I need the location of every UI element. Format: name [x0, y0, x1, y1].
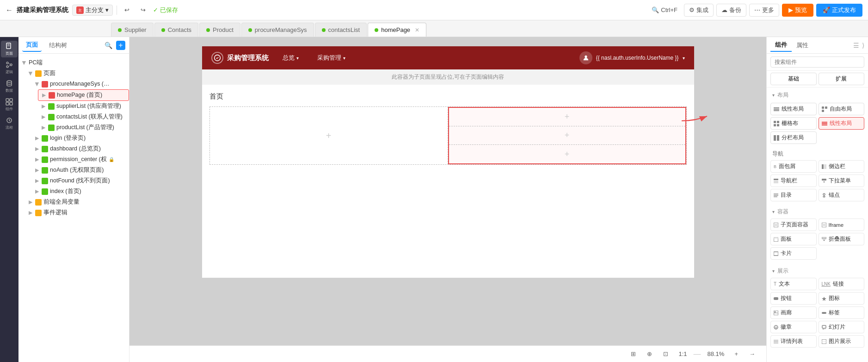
tree-homepage[interactable]: ▶ homePage (首页) [38, 89, 129, 101]
tree-arrow-index[interactable]: ▶ [35, 188, 39, 194]
zoom-fit-button[interactable]: ⊞ [627, 349, 640, 359]
tree-arrow-procure[interactable]: ▶ [34, 82, 40, 86]
nav-menu-overview[interactable]: 总览 ▾ [278, 52, 303, 64]
comp-link[interactable]: LNK 链接 [819, 278, 865, 290]
nav-menu-procure[interactable]: 采购管理 ▾ [313, 52, 350, 64]
preview-button[interactable]: ▶ 预览 [782, 4, 813, 17]
tree-arrow-event[interactable]: ▶ [29, 210, 32, 216]
sidebar-tab-structure[interactable]: 结构树 [45, 39, 71, 51]
sidebar-search-button[interactable]: 🔍 [105, 42, 112, 49]
tab-contacts[interactable]: Contacts [154, 23, 198, 37]
tree-notfound[interactable]: ▶ notFound (找不到页面) [31, 175, 129, 186]
tree-login[interactable]: ▶ login (登录页) [31, 133, 129, 144]
comp-subpage[interactable]: 子页面容器 [770, 218, 817, 231]
sidebar-item-component[interactable]: 组件 [1, 96, 18, 113]
zoom-reset-button[interactable]: ⊡ [659, 349, 672, 359]
layout-section-header[interactable]: ▾ 布局 [767, 89, 868, 101]
container-section-header[interactable]: ▾ 容器 [767, 206, 868, 218]
comp-anchor[interactable]: 锚点 [819, 189, 865, 201]
tree-arrow-permission[interactable]: ▶ [35, 156, 39, 162]
tree-arrow-product[interactable]: ▶ [42, 125, 45, 131]
tree-arrow-notfound[interactable]: ▶ [35, 178, 39, 184]
comp-toc[interactable]: 目录 [770, 189, 817, 201]
canvas-scroll[interactable]: 采购管理系统 总览 ▾ 采购管理 ▾ {{ nasl.auth.u [129, 37, 766, 345]
right-tab-components[interactable]: 组件 [770, 39, 792, 52]
tree-arrow-homepage[interactable]: ▶ [42, 92, 46, 98]
sidebar-item-page[interactable]: 页面 [1, 41, 18, 57]
comp-badge[interactable]: 标签 [819, 306, 865, 319]
comp-image-view[interactable]: 图片展示 [819, 335, 865, 348]
tree-dashboard[interactable]: ▶ dashboard (总览页) [31, 144, 129, 154]
comp-carousel[interactable]: 幻灯片 [819, 321, 865, 333]
layout-linear[interactable]: 线性布局 [770, 103, 817, 115]
zoom-plus-button[interactable]: + [731, 349, 742, 359]
comp-text[interactable]: T 文本 [770, 278, 817, 290]
sidebar-item-process[interactable]: 流程 [1, 115, 18, 131]
comp-image[interactable]: 画廊 [770, 306, 817, 319]
comp-icon[interactable]: 图标 [819, 292, 865, 305]
canvas-left-col[interactable]: + [210, 107, 448, 164]
comp-button[interactable]: 按钮 [770, 292, 817, 305]
backup-button[interactable]: ☁ 备份 [716, 4, 746, 17]
right-panel-collapse-icon[interactable]: ⟩ [862, 42, 864, 49]
tab-product[interactable]: Product [199, 23, 240, 37]
comp-breadcrumb[interactable]: B 面包屑 [770, 160, 817, 173]
comp-divider[interactable]: 徽 徽章 [770, 321, 817, 333]
canvas-right-col[interactable]: + + + [448, 107, 686, 164]
comp-collapse[interactable]: 折叠面板 [819, 233, 865, 245]
tree-pages[interactable]: ▶ 页面 [25, 68, 129, 79]
layout-linear2[interactable]: 线性布局 [819, 117, 865, 130]
back-button[interactable]: ← [6, 6, 13, 14]
mode-basic-button[interactable]: 基础 [770, 73, 817, 85]
tree-noauth[interactable]: ▶ noAuth (无权限页面) [31, 165, 129, 175]
tree-arrow-noauth[interactable]: ▶ [35, 167, 39, 173]
branch-selector[interactable]: 主 主分支 ▾ [72, 5, 113, 16]
canvas-right-row-1[interactable]: + [449, 108, 685, 126]
tab-procuremanagesys[interactable]: procureManageSys [241, 23, 314, 37]
tree-arrow-pc[interactable]: ▶ [21, 61, 27, 65]
comp-panel[interactable]: 面板 [770, 233, 817, 245]
tree-index[interactable]: ▶ index (首页) [31, 186, 129, 197]
undo-button[interactable]: ↩ [121, 5, 133, 15]
redo-button[interactable]: ↪ [137, 5, 149, 15]
publish-button[interactable]: 🚀 正式发布 [816, 4, 862, 17]
tree-contactslist[interactable]: ▶ contactsList (联系人管理) [38, 112, 129, 122]
comp-dropdown[interactable]: 下拉菜单 [819, 175, 865, 187]
tree-global-vars[interactable]: ▶ 前端全局变量 [25, 197, 129, 207]
more-button[interactable]: ⋯ 更多 [749, 4, 779, 17]
zoom-arrow-button[interactable]: → [745, 349, 759, 359]
tree-arrow-dashboard[interactable]: ▶ [35, 146, 39, 152]
sidebar-item-data[interactable]: 数据 [1, 78, 18, 94]
tree-pc[interactable]: ▶ PC端 [18, 57, 129, 68]
tree-procure[interactable]: ▶ procureManageSys (采购管理) [31, 79, 129, 89]
sidebar-item-logic[interactable]: 逻辑 [1, 59, 18, 76]
right-panel-menu-icon[interactable]: ☰ [853, 42, 859, 49]
comp-detail-list[interactable]: 详情列表 [770, 335, 817, 348]
mode-extend-button[interactable]: 扩展 [819, 73, 865, 85]
canvas-right-row-3[interactable]: + [449, 145, 685, 163]
comp-card[interactable]: 卡片 [770, 247, 817, 260]
zoom-center-button[interactable]: ⊕ [643, 349, 656, 359]
tab-homepage[interactable]: homePage ✕ [368, 23, 426, 37]
tree-arrow-contacts[interactable]: ▶ [42, 114, 45, 120]
sidebar-add-button[interactable]: + [116, 41, 125, 50]
tree-arrow-supplier[interactable]: ▶ [42, 103, 45, 109]
right-tab-props[interactable]: 属性 [792, 39, 813, 51]
tab-supplier[interactable]: Supplier [111, 23, 154, 37]
tree-supplierlist[interactable]: ▶ supplierList (供应商管理) [38, 101, 129, 112]
build-button[interactable]: ⚙ 集成 [684, 4, 714, 17]
tree-arrow-global[interactable]: ▶ [29, 199, 32, 205]
sidebar-tab-page[interactable]: 页面 [22, 39, 42, 52]
tree-productlist[interactable]: ▶ productList (产品管理) [38, 122, 129, 133]
tree-arrow-login[interactable]: ▶ [35, 135, 39, 141]
tab-contactslist[interactable]: contactsList [315, 23, 367, 37]
layout-grid[interactable]: 栅格布 [770, 117, 817, 130]
display-section-header[interactable]: ▾ 展示 [767, 265, 868, 277]
comp-iframe[interactable]: Iframe [819, 218, 865, 231]
layout-free[interactable]: 自由布局 [819, 103, 865, 115]
tree-permission[interactable]: ▶ permission_center (权 🔒 [31, 154, 129, 165]
canvas-right-row-2[interactable]: + [449, 126, 685, 145]
search-input[interactable] [770, 56, 864, 68]
comp-navbar[interactable]: 导航栏 [770, 175, 817, 187]
search-button[interactable]: 🔍 Ctrl+F [648, 5, 681, 15]
